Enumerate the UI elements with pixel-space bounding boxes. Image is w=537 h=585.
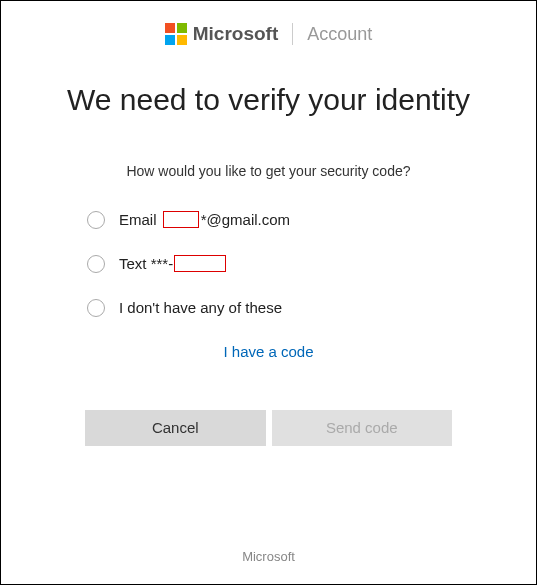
option-email-label: Email *@gmail.com [119, 211, 290, 228]
option-none[interactable]: I don't have any of these [87, 299, 536, 317]
option-text-label: Text ***- [119, 255, 226, 272]
page-title: We need to verify your identity [1, 81, 536, 119]
phone-masked-box [174, 255, 226, 272]
have-code-link-container: I have a code [1, 343, 536, 360]
header-divider [292, 23, 293, 45]
option-text[interactable]: Text ***- [87, 255, 536, 273]
brand-text: Microsoft [193, 23, 279, 45]
footer-text: Microsoft [1, 549, 536, 564]
section-text: Account [307, 24, 372, 45]
radio-text[interactable] [87, 255, 105, 273]
email-masked-box [163, 211, 199, 228]
have-code-link[interactable]: I have a code [223, 343, 313, 360]
send-code-button[interactable]: Send code [272, 410, 453, 446]
radio-email[interactable] [87, 211, 105, 229]
verification-options: Email *@gmail.com Text ***- I don't have… [1, 211, 536, 317]
button-row: Cancel Send code [1, 410, 536, 446]
radio-none[interactable] [87, 299, 105, 317]
cancel-button[interactable]: Cancel [85, 410, 266, 446]
option-none-label: I don't have any of these [119, 299, 282, 316]
prompt-text: How would you like to get your security … [1, 163, 536, 179]
option-email[interactable]: Email *@gmail.com [87, 211, 536, 229]
header: Microsoft Account [1, 1, 536, 45]
microsoft-logo: Microsoft [165, 23, 279, 45]
microsoft-logo-icon [165, 23, 187, 45]
